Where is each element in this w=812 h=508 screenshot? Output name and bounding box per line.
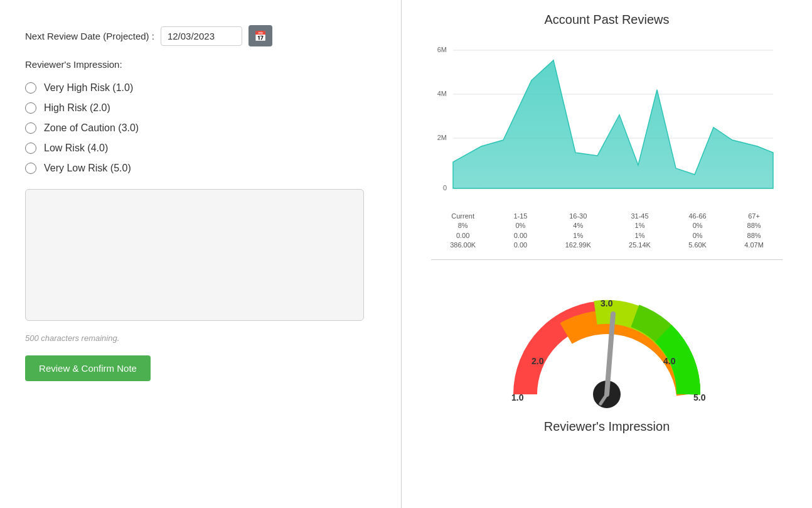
chart-col-16-30: 16-30 4% 1% 162.99K	[565, 212, 591, 251]
col-amount: 386.00K	[450, 240, 476, 250]
col-label: 46-66	[689, 212, 707, 221]
radio-label-hr: High Risk (2.0)	[44, 102, 110, 114]
radio-item-zoc[interactable]: Zone of Caution (3.0)	[25, 122, 376, 134]
col-val2: 0.00	[514, 231, 527, 240]
col-pct: 88%	[747, 221, 761, 230]
col-pct: 8%	[458, 221, 468, 230]
area-chart: 6M 4M 2M 0	[431, 33, 783, 209]
col-amount: 5.60K	[688, 240, 707, 250]
svg-text:1.0: 1.0	[511, 392, 524, 403]
radio-hr[interactable]	[25, 102, 36, 114]
col-val2: 0.00	[456, 231, 469, 240]
chart-column-labels: Current 8% 0.00 386.00K 1-15 0% 0.00 0.0…	[431, 212, 783, 251]
svg-text:4M: 4M	[437, 90, 447, 97]
right-panel: Account Past Reviews 6M 4M 2M 0	[402, 0, 812, 508]
svg-marker-8	[453, 60, 773, 188]
gauge-container: 1.0 2.0 3.0 4.0 5.0	[469, 269, 745, 413]
col-label: 31-45	[631, 212, 648, 221]
radio-group: Very High Risk (1.0) High Risk (2.0) Zon…	[25, 82, 376, 174]
col-val2: 0%	[693, 231, 703, 240]
date-input[interactable]	[161, 26, 242, 46]
chart-col-67plus: 67+ 88% 88% 4.07M	[744, 212, 764, 251]
radio-lr[interactable]	[25, 143, 36, 154]
svg-text:2.0: 2.0	[532, 356, 544, 366]
calendar-button[interactable]: 📅	[248, 25, 272, 46]
svg-text:2M: 2M	[437, 134, 447, 141]
col-pct: 4%	[573, 221, 583, 230]
chart-col-current: Current 8% 0.00 386.00K	[450, 212, 476, 251]
divider	[431, 259, 783, 260]
next-review-label: Next Review Date (Projected) :	[25, 31, 154, 41]
col-amount: 4.07M	[744, 240, 764, 250]
chart-col-31-45: 31-45 1% 1% 25.14K	[629, 212, 651, 251]
radio-item-vhr[interactable]: Very High Risk (1.0)	[25, 82, 376, 94]
col-amount: 162.99K	[565, 240, 591, 250]
gauge-title: Reviewer's Impression	[544, 419, 670, 434]
chart-col-1-15: 1-15 0% 0.00 0.00	[513, 212, 527, 251]
col-label: 16-30	[569, 212, 587, 221]
chart-col-46-66: 46-66 0% 0% 5.60K	[688, 212, 707, 251]
radio-item-hr[interactable]: High Risk (2.0)	[25, 102, 376, 114]
radio-vlr[interactable]	[25, 163, 36, 174]
confirm-button[interactable]: Review & Confirm Note	[25, 355, 151, 381]
col-pct: 0%	[693, 221, 703, 230]
radio-zoc[interactable]	[25, 122, 36, 134]
radio-item-vlr[interactable]: Very Low Risk (5.0)	[25, 163, 376, 174]
col-amount: 25.14K	[629, 240, 651, 250]
left-panel: Next Review Date (Projected) : 📅 Reviewe…	[0, 0, 402, 508]
col-label: 67+	[748, 212, 760, 221]
radio-label-vlr: Very Low Risk (5.0)	[44, 163, 131, 174]
svg-text:6M: 6M	[437, 46, 447, 53]
chart-title: Account Past Reviews	[545, 13, 670, 27]
impression-label: Reviewer's Impression:	[25, 59, 376, 70]
chars-remaining: 500 characters remaining.	[25, 333, 376, 343]
svg-text:3.0: 3.0	[601, 298, 613, 308]
gauge-section: 1.0 2.0 3.0 4.0 5.0 Reviewer's Impressio…	[431, 269, 783, 434]
radio-vhr[interactable]	[25, 82, 36, 94]
col-label: 1-15	[513, 212, 527, 221]
col-val2: 1%	[573, 231, 583, 240]
date-row: Next Review Date (Projected) : 📅	[25, 25, 376, 46]
radio-item-lr[interactable]: Low Risk (4.0)	[25, 143, 376, 154]
note-textarea[interactable]	[25, 189, 364, 321]
col-label: Current	[451, 212, 474, 221]
radio-label-vhr: Very High Risk (1.0)	[44, 82, 133, 94]
radio-label-lr: Low Risk (4.0)	[44, 143, 108, 154]
col-pct: 0%	[515, 221, 525, 230]
svg-text:4.0: 4.0	[663, 356, 676, 366]
col-val2: 1%	[635, 231, 645, 240]
svg-text:0: 0	[443, 184, 447, 192]
col-amount: 0.00	[514, 240, 527, 250]
col-pct: 1%	[635, 221, 645, 230]
col-val2: 88%	[747, 231, 761, 240]
svg-text:5.0: 5.0	[693, 392, 706, 403]
radio-label-zoc: Zone of Caution (3.0)	[44, 122, 139, 134]
calendar-icon: 📅	[254, 30, 267, 42]
